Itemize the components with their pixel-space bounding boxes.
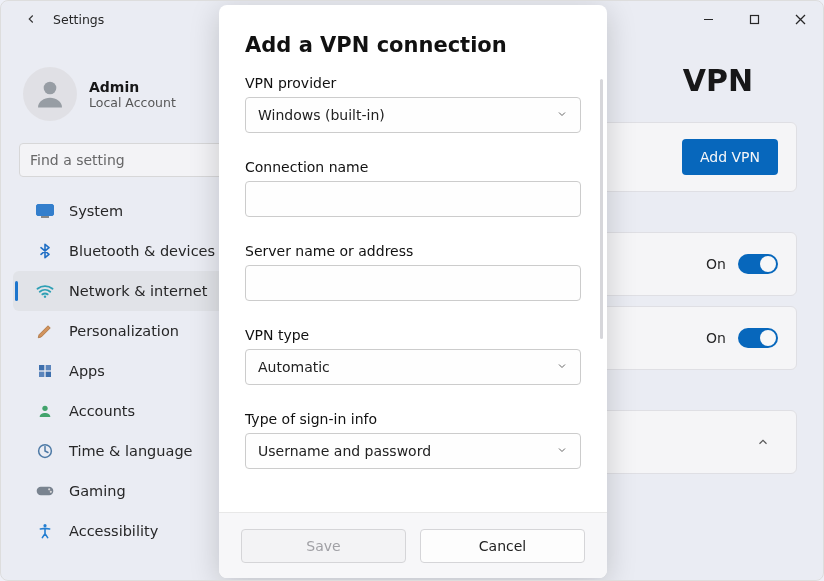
dialog-body: Add a VPN connection VPN provider Window… [219, 5, 607, 512]
select-value: Windows (built-in) [258, 107, 385, 123]
vpn-type-select[interactable]: Automatic [245, 349, 581, 385]
select-value: Username and password [258, 443, 431, 459]
server-address-label: Server name or address [245, 243, 581, 259]
chevron-down-icon [556, 359, 568, 375]
connection-name-label: Connection name [245, 159, 581, 175]
settings-window: Settings Admin Local Account Find a sett… [0, 0, 824, 581]
select-value: Automatic [258, 359, 330, 375]
signin-type-select[interactable]: Username and password [245, 433, 581, 469]
scrollbar[interactable] [600, 79, 603, 339]
chevron-down-icon [556, 443, 568, 459]
dialog-footer: Save Cancel [219, 512, 607, 578]
save-button[interactable]: Save [241, 529, 406, 563]
signin-type-label: Type of sign-in info [245, 411, 581, 427]
vpn-provider-label: VPN provider [245, 75, 581, 91]
chevron-down-icon [556, 107, 568, 123]
vpn-provider-select[interactable]: Windows (built-in) [245, 97, 581, 133]
add-vpn-dialog: Add a VPN connection VPN provider Window… [219, 5, 607, 578]
cancel-button[interactable]: Cancel [420, 529, 585, 563]
vpn-type-label: VPN type [245, 327, 581, 343]
dialog-title: Add a VPN connection [245, 33, 581, 57]
server-address-input[interactable] [245, 265, 581, 301]
connection-name-input[interactable] [245, 181, 581, 217]
